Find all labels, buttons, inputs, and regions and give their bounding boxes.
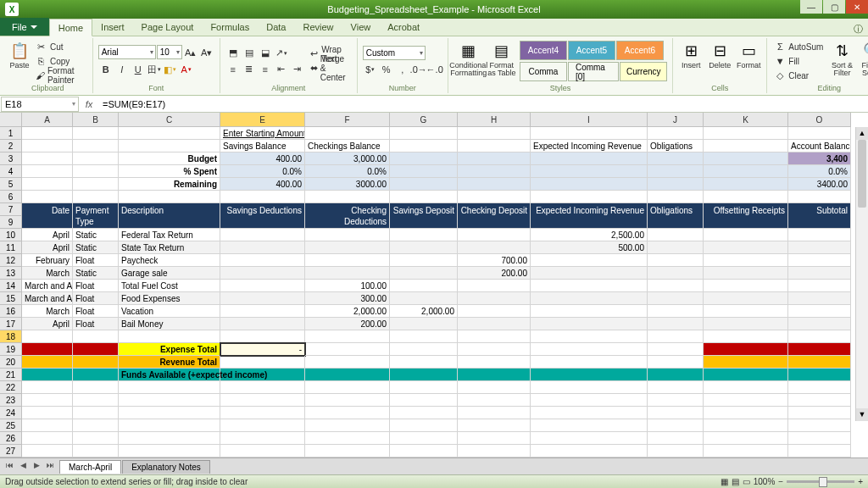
- cell-F2[interactable]: Checkings Balance: [305, 140, 390, 152]
- cell-A15[interactable]: March: [22, 305, 73, 318]
- inc-decimal-button[interactable]: .0→: [411, 62, 426, 77]
- cells-area[interactable]: Enter Starting Amounts:Savings BalanceCh…: [22, 127, 868, 469]
- cell-C4[interactable]: % Spent: [119, 165, 220, 178]
- delete-cells-button[interactable]: ⊟Delete: [707, 39, 732, 83]
- cell-O23[interactable]: [788, 407, 851, 419]
- cell-G19[interactable]: [390, 356, 458, 369]
- col-header-G[interactable]: G: [390, 113, 458, 127]
- row-header-16[interactable]: 16: [0, 305, 22, 318]
- accounting-button[interactable]: $: [363, 62, 378, 77]
- cell-I6[interactable]: [531, 191, 648, 203]
- cell-J21[interactable]: [648, 381, 704, 394]
- cell-F14[interactable]: 300.00: [305, 292, 390, 305]
- insert-cells-button[interactable]: ⊞Insert: [678, 39, 704, 83]
- cell-K12[interactable]: [704, 267, 788, 280]
- cell-I3[interactable]: [531, 152, 648, 165]
- cell-A3[interactable]: [22, 152, 73, 165]
- cell-G3[interactable]: [390, 152, 458, 165]
- cell-I20[interactable]: [531, 369, 648, 381]
- zoom-in-button[interactable]: +: [858, 477, 863, 486]
- cell-C21[interactable]: [119, 381, 220, 394]
- grow-font-button[interactable]: A▴: [183, 45, 198, 60]
- cell-A12[interactable]: March: [22, 267, 73, 280]
- cell-E25[interactable]: [220, 432, 305, 445]
- cell-G1[interactable]: [390, 127, 458, 140]
- cell-H6[interactable]: [458, 191, 531, 203]
- cut-button[interactable]: ✂Cut: [34, 40, 87, 53]
- cell-J17[interactable]: [648, 330, 704, 343]
- cell-B10[interactable]: Static: [73, 241, 119, 254]
- cell-C19[interactable]: Revenue Total: [119, 356, 220, 369]
- font-combo[interactable]: Arial: [98, 45, 156, 59]
- view-layout-button[interactable]: ▤: [732, 477, 739, 486]
- col-header-C[interactable]: C: [119, 113, 220, 127]
- cell-G21[interactable]: [390, 381, 458, 394]
- cell-F26[interactable]: [305, 445, 390, 458]
- vertical-scrollbar[interactable]: ▲ ▼: [855, 127, 868, 421]
- cell-A13[interactable]: March and April: [22, 280, 73, 292]
- cell-O25[interactable]: [788, 432, 851, 445]
- row-header-18[interactable]: 18: [0, 330, 22, 343]
- cell-J13[interactable]: [648, 280, 704, 292]
- col-header-O[interactable]: O: [788, 113, 851, 127]
- cell-O22[interactable]: [788, 394, 851, 407]
- cell-F10[interactable]: [305, 241, 390, 254]
- find-select-button[interactable]: 🔍Find & Select: [859, 39, 868, 83]
- table-header-6[interactable]: Checking Deposit: [458, 203, 531, 229]
- table-header-0[interactable]: Date: [22, 203, 73, 229]
- cell-G4[interactable]: [390, 165, 458, 178]
- cell-H20[interactable]: [458, 369, 531, 381]
- cell-B16[interactable]: Float: [73, 318, 119, 330]
- tab-home[interactable]: Home: [49, 19, 92, 36]
- row-header-25[interactable]: 25: [0, 419, 22, 432]
- cell-F1[interactable]: [305, 127, 390, 140]
- row-header-19[interactable]: 19: [0, 343, 22, 356]
- cell-E6[interactable]: [220, 191, 305, 203]
- cell-I5[interactable]: [531, 178, 648, 191]
- col-header-K[interactable]: K: [704, 113, 788, 127]
- row-header-14[interactable]: 14: [0, 280, 22, 292]
- table-header-10[interactable]: Subtotal: [788, 203, 851, 229]
- cell-G5[interactable]: [390, 178, 458, 191]
- cell-H13[interactable]: [458, 280, 531, 292]
- name-box[interactable]: E18: [1, 97, 79, 112]
- autosum-button[interactable]: ΣAutoSum: [772, 40, 825, 53]
- cell-I16[interactable]: [531, 318, 648, 330]
- cell-F6[interactable]: [305, 191, 390, 203]
- row-header-13[interactable]: 13: [0, 267, 22, 280]
- cell-H25[interactable]: [458, 432, 531, 445]
- row-header-2[interactable]: 2: [0, 140, 22, 152]
- row-header-10[interactable]: 10: [0, 229, 22, 241]
- cell-H19[interactable]: [458, 356, 531, 369]
- font-color-button[interactable]: A: [179, 62, 194, 77]
- cell-C3[interactable]: Budget: [119, 152, 220, 165]
- cell-H11[interactable]: 700.00: [458, 254, 531, 267]
- cell-E13[interactable]: [220, 280, 305, 292]
- col-header-I[interactable]: I: [531, 113, 648, 127]
- cell-A1[interactable]: [22, 127, 73, 140]
- scroll-up-button[interactable]: ▲: [856, 127, 868, 140]
- cell-I18[interactable]: [531, 343, 648, 356]
- cell-H9[interactable]: [458, 229, 531, 241]
- cell-O18[interactable]: [788, 343, 851, 356]
- spreadsheet-grid[interactable]: ABCEFGHIJKO 1234567910111213141516171819…: [0, 113, 868, 469]
- table-header-9[interactable]: Offsetting Receipts: [704, 203, 788, 229]
- align-center-button[interactable]: ≣: [242, 62, 257, 77]
- row-header-17[interactable]: 17: [0, 318, 22, 330]
- cell-K4[interactable]: [704, 165, 788, 178]
- cell-I14[interactable]: [531, 292, 648, 305]
- cell-J18[interactable]: [648, 343, 704, 356]
- cell-C10[interactable]: State Tax Return: [119, 241, 220, 254]
- cell-H17[interactable]: [458, 330, 531, 343]
- cell-B20[interactable]: [73, 369, 119, 381]
- row-header-22[interactable]: 22: [0, 381, 22, 394]
- cell-E24[interactable]: [220, 419, 305, 432]
- cell-I19[interactable]: [531, 356, 648, 369]
- sheet-last-button[interactable]: ⏭: [44, 461, 56, 473]
- col-header-H[interactable]: H: [458, 113, 531, 127]
- cell-K13[interactable]: [704, 280, 788, 292]
- cell-J22[interactable]: [648, 394, 704, 407]
- cell-A18[interactable]: [22, 343, 73, 356]
- cell-O12[interactable]: [788, 267, 851, 280]
- row-header-1[interactable]: 1: [0, 127, 22, 140]
